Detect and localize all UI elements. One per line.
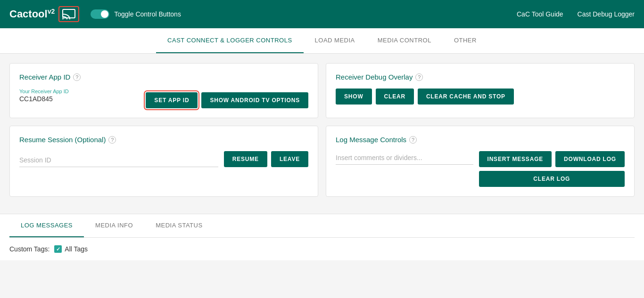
- log-message-card: Log Message Controls ? INSERT MESSAGE DO…: [326, 126, 635, 197]
- receiver-app-title: Receiver App ID ?: [19, 73, 308, 81]
- all-tags-label: All Tags: [65, 245, 88, 253]
- leave-button[interactable]: LEAVE: [271, 151, 308, 167]
- resume-session-help-icon[interactable]: ?: [108, 136, 116, 144]
- bottom-tabs: LOG MESSAGES MEDIA INFO MEDIA STATUS: [9, 214, 635, 238]
- receiver-debug-help-icon[interactable]: ?: [415, 73, 423, 81]
- resume-session-card: Resume Session (Optional) ? RESUME LEAVE: [9, 126, 318, 197]
- svg-point-1: [62, 18, 64, 19]
- all-tags-checkbox[interactable]: [54, 245, 62, 253]
- session-id-section: [19, 153, 218, 167]
- resume-session-title: Resume Session (Optional) ?: [19, 136, 308, 144]
- insert-message-button[interactable]: INSERT MESSAGE: [479, 151, 552, 167]
- tab-media-info[interactable]: MEDIA INFO: [84, 214, 144, 237]
- app-header: Cactoolv2 Toggle Control Buttons CaC Too…: [0, 0, 644, 28]
- cac-tool-guide-link[interactable]: CaC Tool Guide: [517, 10, 563, 18]
- tab-media-status[interactable]: MEDIA STATUS: [144, 214, 214, 237]
- receiver-app-input-label: Your Receiver App ID: [19, 89, 140, 94]
- logo-section: Cactoolv2: [9, 6, 79, 22]
- receiver-app-help-icon[interactable]: ?: [73, 73, 81, 81]
- receiver-app-content: Your Receiver App ID CC1AD845 SET APP ID…: [19, 89, 308, 108]
- resume-session-content: RESUME LEAVE: [19, 151, 308, 167]
- receiver-app-input-value: CC1AD845: [19, 95, 140, 103]
- toggle-switch[interactable]: [91, 9, 109, 19]
- log-controls-row: INSERT MESSAGE DOWNLOAD LOG CLEAR LOG: [336, 151, 625, 187]
- custom-tags-row: Custom Tags: All Tags: [9, 238, 635, 260]
- receiver-debug-title: Receiver Debug Overlay ?: [336, 73, 625, 81]
- tab-log-messages[interactable]: LOG MESSAGES: [9, 214, 84, 237]
- log-buttons-section: INSERT MESSAGE DOWNLOAD LOG CLEAR LOG: [479, 151, 625, 187]
- log-message-title: Log Message Controls ?: [336, 136, 625, 144]
- show-android-tv-button[interactable]: SHOW ANDROID TV OPTIONS: [201, 92, 308, 108]
- all-tags-checkbox-container[interactable]: All Tags: [54, 245, 88, 253]
- tab-load-media[interactable]: LOAD MEDIA: [304, 28, 366, 53]
- bottom-cards-row: Resume Session (Optional) ? RESUME LEAVE…: [9, 126, 635, 197]
- resume-buttons: RESUME LEAVE: [224, 151, 308, 167]
- receiver-app-card: Receiver App ID ? Your Receiver App ID C…: [9, 63, 318, 118]
- log-top-buttons: INSERT MESSAGE DOWNLOAD LOG: [479, 151, 625, 167]
- tab-media-control[interactable]: MEDIA CONTROL: [366, 28, 443, 53]
- main-nav: CAST CONNECT & LOGGER CONTROLS LOAD MEDI…: [0, 28, 644, 54]
- log-input-section: [336, 151, 473, 165]
- set-app-id-button[interactable]: SET APP ID: [146, 92, 198, 108]
- resume-button[interactable]: RESUME: [224, 151, 267, 167]
- log-message-help-icon[interactable]: ?: [409, 136, 417, 144]
- clear-log-button[interactable]: CLEAR LOG: [479, 171, 625, 187]
- cast-icon: [62, 9, 75, 19]
- top-cards-row: Receiver App ID ? Your Receiver App ID C…: [9, 63, 635, 118]
- show-button[interactable]: SHOW: [336, 89, 372, 105]
- download-log-button[interactable]: DOWNLOAD LOG: [555, 151, 625, 167]
- cast-icon-box[interactable]: [58, 6, 79, 22]
- clear-button[interactable]: CLEAR: [376, 89, 414, 105]
- receiver-app-input-section: Your Receiver App ID CC1AD845: [19, 89, 140, 108]
- bottom-section: LOG MESSAGES MEDIA INFO MEDIA STATUS Cus…: [0, 214, 644, 260]
- log-comment-input[interactable]: [336, 151, 473, 165]
- receiver-debug-card: Receiver Debug Overlay ? SHOW CLEAR CLEA…: [326, 63, 635, 118]
- receiver-app-buttons: SET APP ID SHOW ANDROID TV OPTIONS: [146, 92, 308, 108]
- clear-cache-button[interactable]: CLEAR CACHE AND STOP: [418, 89, 514, 105]
- custom-tags-label: Custom Tags:: [9, 245, 50, 253]
- toggle-label: Toggle Control Buttons: [114, 10, 181, 18]
- session-id-input[interactable]: [19, 153, 218, 167]
- header-nav: CaC Tool Guide Cast Debug Logger: [517, 10, 635, 18]
- toggle-section: Toggle Control Buttons: [91, 9, 181, 19]
- main-content: Receiver App ID ? Your Receiver App ID C…: [0, 54, 644, 214]
- logo-text: Cactoolv2: [9, 8, 55, 20]
- receiver-debug-buttons: SHOW CLEAR CLEAR CACHE AND STOP: [336, 89, 625, 105]
- tab-cast-connect[interactable]: CAST CONNECT & LOGGER CONTROLS: [156, 28, 303, 53]
- cast-debug-logger-link[interactable]: Cast Debug Logger: [578, 10, 635, 18]
- tab-other[interactable]: OTHER: [443, 28, 488, 53]
